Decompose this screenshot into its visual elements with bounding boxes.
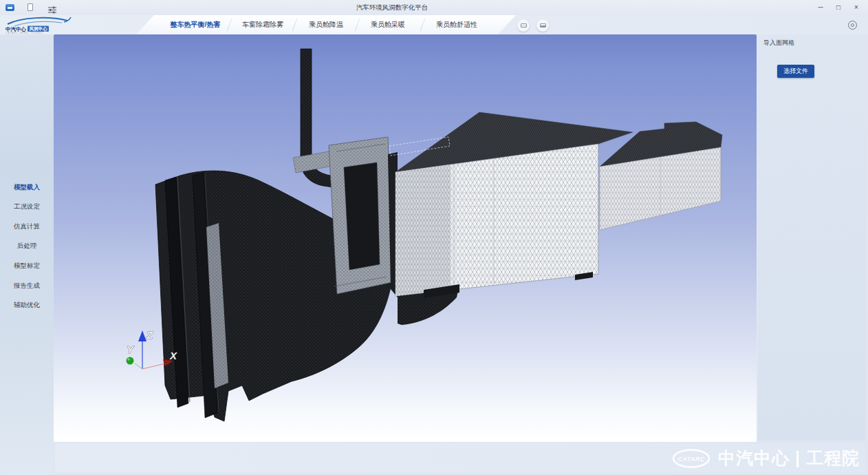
tab-label: 乘员舱采暖 [371,21,405,28]
tab-vehicle-thermal-balance[interactable]: 整车热平衡/热害 [171,15,221,34]
grid-panel-icon [521,23,527,28]
card-panel-icon [540,23,546,28]
brand-name: 中汽中心 [6,26,27,32]
minimize-button[interactable]: ─ [814,2,827,13]
app-icon[interactable] [6,4,14,11]
user-settings-icon[interactable] [848,21,857,30]
tab-separator [420,19,426,31]
tab-label: 乘员舱舒适性 [436,21,477,28]
axis-z-label: Z [146,329,153,341]
card-panel-button[interactable] [536,19,549,32]
tab-bar: 整车热平衡/热害 车窗除霜除雾 乘员舱降温 乘员舱采暖 乘员舱舒适性 [136,15,516,34]
brand-logo: 中汽中心 风洞中心 CATARC WIND TUNNEL [3,15,78,34]
footer-bar: CATARC 中汽中心 | 工程院 [55,443,865,472]
tab-window-defrost-defog[interactable]: 车窗除霜除雾 [242,15,283,34]
document-icon[interactable] [28,3,33,11]
maximize-button[interactable]: □ [832,2,845,13]
sidebar-item-model-load[interactable]: 模型载入 [0,182,54,192]
sidebar-item-model-calibration[interactable]: 模型标定 [0,261,54,271]
sidebar-item-condition-setup[interactable]: 工况设定 [0,202,54,211]
footer-watermark: CATARC 中汽中心 | 工程院 [671,447,860,469]
tab-separator [227,19,232,31]
brand-badge: 风洞中心 [29,26,48,32]
tab-cabin-heating[interactable]: 乘员舱采暖 [371,15,405,34]
viewport-3d[interactable]: Z Y X [54,34,757,442]
app-header: 中汽中心 风洞中心 CATARC WIND TUNNEL 整车热平衡/热害 车窗… [0,15,868,34]
watermark-text: 中汽中心 | 工程院 [718,447,860,469]
tab-cabin-comfort[interactable]: 乘员舱舒适性 [436,15,477,34]
choose-file-button[interactable]: 选择文件 [777,65,814,78]
viewport-3d-canvas[interactable]: Z Y X [54,34,757,442]
catarc-logo-text: CATARC [677,455,705,462]
right-panel-model-import: 导入面网格 选择文件 [758,34,865,441]
tab-separator [292,19,298,31]
tab-label: 整车热平衡/热害 [171,21,221,28]
tab-label: 车窗除霜除雾 [242,21,283,28]
tab-separator [355,19,360,31]
sidebar-item-report-generation[interactable]: 报告生成 [0,281,54,291]
window-title: 汽车环境风洞数字化平台 [356,3,428,12]
tab-cabin-cooling[interactable]: 乘员舱降温 [309,15,343,34]
catarc-logo: CATARC [671,447,711,469]
sidebar-nav: 模型载入 工况设定 仿真计算 后处理 模型标定 报告生成 辅助优化 [0,34,54,475]
sidebar-item-auxiliary-optimization[interactable]: 辅助优化 [0,300,54,310]
axis-x-label: X [169,350,177,361]
import-surface-mesh-label: 导入面网格 [763,39,794,48]
layout-panel-button[interactable] [517,19,530,32]
window-titlebar: 汽车环境风洞数字化平台 ─ □ × [0,0,868,15]
sidebar-item-post-processing[interactable]: 后处理 [0,241,54,251]
tab-label: 乘员舱降温 [309,21,343,28]
sidebar-item-simulation-compute[interactable]: 仿真计算 [0,222,54,231]
close-button[interactable]: × [850,2,862,13]
axis-y-ball [127,357,134,365]
